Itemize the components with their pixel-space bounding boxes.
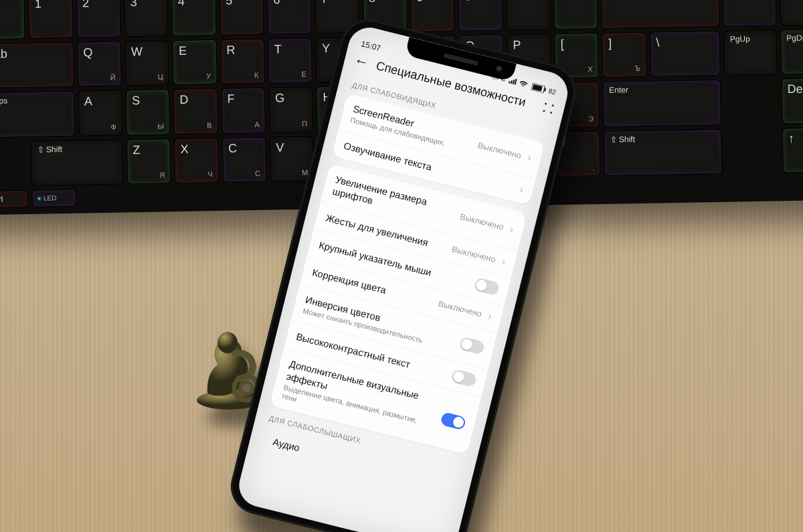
keyboard-key: ↑ [782,126,803,173]
keyboard-key: PgDn [780,28,803,74]
keyboard-key: RК [220,38,264,84]
value: Выключено [476,141,522,161]
toggle-high-contrast[interactable] [450,369,477,387]
keyboard-key: 0 [458,0,503,31]
keyboard-key: Ctrl [0,190,28,208]
keyboard-key: 6 [267,0,312,34]
keyboard-key: ← [601,0,719,28]
back-button[interactable]: ← [353,53,371,71]
keyboard-key: LED [32,189,76,207]
keyboard-key: Enter [603,80,721,127]
signal-icon [508,77,517,86]
keyboard-key: 5 [219,0,264,35]
battery-icon [531,82,547,93]
keyboard-key: PgUp [724,29,778,76]
chevron-right-icon: › [486,311,493,323]
keyboard-key: GП [269,86,314,132]
wifi-icon [518,80,529,88]
vision-group-2: Увеличение размера шрифтов Выключено › Ж… [270,164,527,455]
keyboard-key: = [553,0,598,29]
keyboard-key: Caps [0,91,75,138]
keyboard-key: ⇧ Shift [31,139,123,186]
chevron-right-icon: › [519,184,525,195]
keyboard-key: DВ [173,88,217,135]
toggle-color-inversion[interactable] [458,337,485,355]
keyboard-key: ]Ъ [602,31,646,78]
keyboard-key: XЧ [174,137,218,183]
chevron-right-icon: › [527,153,533,164]
keyboard-key: 1 [29,0,73,38]
keyboard-key: AФ [78,90,122,136]
keyboard-key: WЦ [125,40,170,86]
keyboard-key: 4 [172,0,216,36]
keyboard-key: Tab [0,41,74,88]
keyboard-key: ~ [0,0,25,39]
keyboard-key: Home [723,0,776,26]
keyboard-key: SЫ [126,89,171,135]
keyboard-key: 3 [124,0,169,37]
keyboard-key: TЕ [268,37,313,84]
toggle-visual-effects[interactable] [440,412,466,430]
keyboard-key: EУ [173,39,217,85]
keyboard-key: 2 [76,0,120,37]
keyboard-key: 9 [410,0,455,31]
keyboard-key: \ [650,30,721,76]
photo-scene: ~1234567890-=←HomeEndTabQЙWЦEУRКTЕYНUГIШ… [0,0,803,532]
toggle-large-cursor[interactable] [473,278,500,296]
keyboard-key: QЙ [77,41,121,87]
svg-point-1 [217,332,238,353]
keyboard-key: ⇧ Shift [604,128,722,176]
keyboard-key: Del [781,78,803,124]
battery-percent: 82 [548,87,557,96]
keyboard-key: FА [221,88,265,134]
keyboard-key: CС [222,137,266,183]
keyboard-key: ZЯ [126,139,171,185]
overflow-menu-button[interactable] [541,101,556,116]
keyboard-key: - [506,0,550,30]
keyboard-key: End [780,0,803,25]
chevron-right-icon: › [501,256,507,268]
chevron-right-icon: › [509,224,515,235]
